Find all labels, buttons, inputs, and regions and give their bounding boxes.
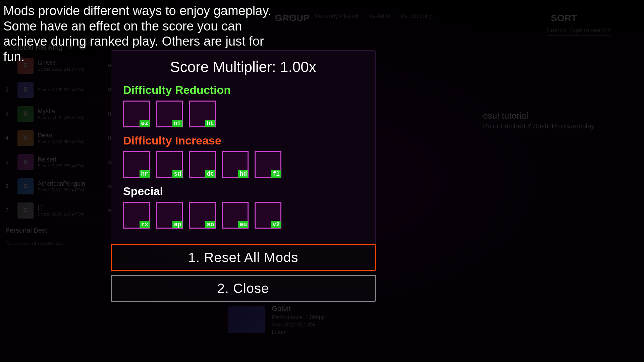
mod-label-fl: fl — [271, 170, 281, 178]
mod-btn-v2[interactable]: v2 — [255, 202, 281, 229]
mod-btn-hd[interactable]: hd — [222, 151, 249, 178]
mod-btn-dt[interactable]: dt — [189, 151, 216, 178]
mod-label-ez: ez — [140, 120, 150, 127]
action-buttons: 1. Reset All Mods 2. Close — [111, 244, 376, 302]
mod-btn-au[interactable]: au — [222, 202, 249, 229]
mod-label-sd: sd — [172, 170, 182, 178]
difficulty-reduction-section: Difficulty Reduction ez nf ht — [123, 83, 363, 127]
mod-label-so: so — [205, 221, 215, 228]
special-row: rx ap so au v2 — [123, 202, 363, 229]
mod-label-au: au — [238, 221, 248, 228]
score-multiplier: Score Multiplier: 1.00x — [123, 59, 363, 75]
mod-btn-ht[interactable]: ht — [189, 101, 216, 127]
mod-label-hr: hr — [140, 170, 150, 178]
mod-btn-sd[interactable]: sd — [156, 151, 183, 178]
close-button[interactable]: 2. Close — [111, 275, 376, 302]
mod-label-ap: ap — [172, 221, 182, 228]
mod-label-v2: v2 — [271, 221, 281, 228]
mod-btn-hr[interactable]: hr — [123, 151, 150, 178]
difficulty-increase-row: hr sd dt hd fl — [123, 151, 363, 178]
mod-btn-nf[interactable]: nf — [156, 101, 183, 127]
mod-btn-fl[interactable]: fl — [255, 151, 281, 178]
difficulty-increase-title: Difficulty Increase — [123, 134, 363, 147]
mod-btn-ap[interactable]: ap — [156, 202, 183, 229]
difficulty-reduction-row: ez nf ht — [123, 101, 363, 127]
mod-label-ht: ht — [205, 120, 215, 127]
mod-label-nf: nf — [172, 120, 182, 127]
difficulty-reduction-title: Difficulty Reduction — [123, 83, 363, 97]
mods-modal: Score Multiplier: 1.00x Difficulty Reduc… — [111, 50, 376, 246]
difficulty-increase-section: Difficulty Increase hr sd dt hd fl — [123, 134, 363, 178]
special-section: Special rx ap so au v2 — [123, 185, 363, 229]
mod-label-dt: dt — [205, 170, 215, 178]
reset-all-mods-button[interactable]: 1. Reset All Mods — [111, 244, 376, 271]
mod-label-rx: rx — [140, 221, 150, 228]
mod-label-hd: hd — [238, 170, 248, 178]
description-line1: Mods provide different ways to enjoy gam… — [3, 4, 271, 33]
special-title: Special — [123, 185, 363, 198]
mod-btn-rx[interactable]: rx — [123, 202, 150, 229]
mod-btn-so[interactable]: so — [189, 202, 216, 229]
mod-btn-ez[interactable]: ez — [123, 101, 150, 127]
